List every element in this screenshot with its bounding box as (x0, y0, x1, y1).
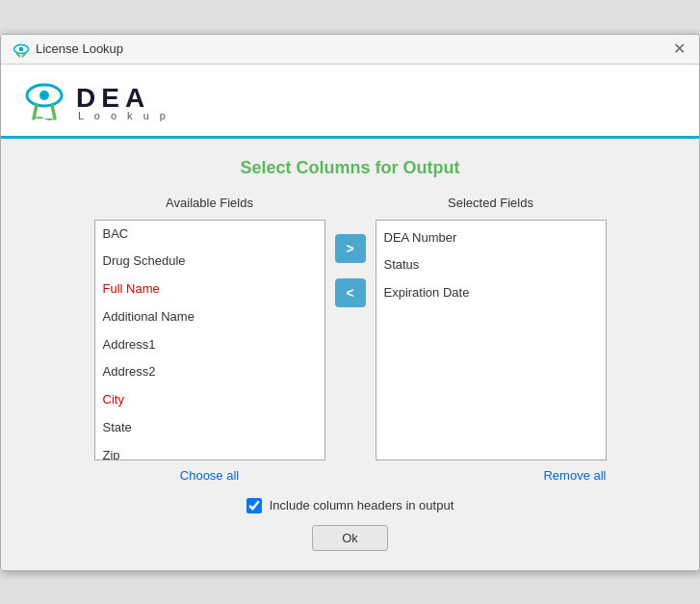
svg-point-1 (19, 46, 24, 51)
close-button[interactable]: ✕ (671, 41, 687, 57)
available-field-item[interactable]: State (95, 414, 324, 442)
checkbox-row: Include column headers in output (246, 498, 454, 513)
arrow-buttons: > < (335, 234, 366, 307)
available-field-item[interactable]: Additional Name (95, 303, 324, 331)
svg-point-3 (39, 91, 49, 100)
include-headers-checkbox[interactable] (246, 498, 262, 513)
section-title: Select Columns for Output (30, 158, 670, 178)
title-bar: License Lookup ✕ (1, 35, 699, 65)
logo-text: D E A L o o k u p (76, 83, 169, 121)
available-field-item[interactable]: Zip (95, 442, 324, 460)
main-window: License Lookup ✕ D E A L o o (0, 34, 700, 571)
columns-layout: Available Fields BACDrug ScheduleFull Na… (30, 196, 670, 483)
selected-field-item[interactable]: DEA Number (376, 224, 606, 252)
ok-button[interactable]: Ok (312, 525, 388, 551)
available-fields-list[interactable]: BACDrug ScheduleFull NameAdditional Name… (94, 220, 325, 460)
remove-arrow-button[interactable]: < (335, 278, 366, 307)
available-field-item[interactable]: Address2 (95, 358, 324, 386)
choose-all-link[interactable]: Choose all (180, 468, 239, 483)
logo-lookup: L o o k u p (76, 110, 169, 121)
selected-field-item[interactable]: Status (376, 251, 606, 279)
dea-logo-icon (20, 78, 68, 126)
header-section: D E A L o o k u p (1, 65, 699, 139)
selected-fields-label: Selected Fields (448, 196, 533, 210)
available-fields-label: Available Fields (166, 196, 253, 210)
title-bar-left: License Lookup (13, 40, 123, 58)
add-arrow-button[interactable]: > (335, 234, 366, 263)
available-field-item[interactable]: BAC (95, 221, 324, 249)
app-icon (13, 40, 30, 58)
available-field-item[interactable]: Full Name (95, 276, 324, 303)
window-title: License Lookup (36, 41, 123, 56)
logo-area: D E A L o o k u p (20, 78, 169, 136)
available-field-item[interactable]: City (95, 386, 324, 414)
include-headers-label: Include column headers in output (270, 498, 454, 512)
selected-fields-list[interactable]: DEA NumberStatusExpiration Date (376, 220, 607, 460)
available-fields-section: Available Fields BACDrug ScheduleFull Na… (94, 196, 325, 483)
remove-all-link[interactable]: Remove all (543, 468, 606, 483)
available-field-item[interactable]: Drug Schedule (95, 248, 324, 276)
selected-fields-section: Selected Fields DEA NumberStatusExpirati… (376, 196, 607, 483)
content-area: Select Columns for Output Available Fiel… (1, 139, 699, 570)
footer-options: Include column headers in output Ok (30, 498, 670, 551)
available-field-item[interactable]: Address1 (95, 331, 324, 359)
selected-field-item[interactable]: Expiration Date (376, 279, 606, 307)
